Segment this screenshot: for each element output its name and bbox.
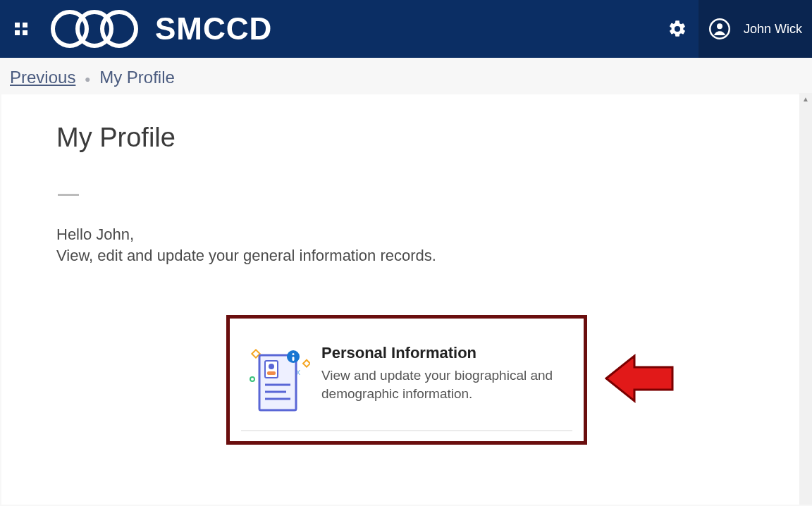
page-title: My Profile [56,123,757,153]
svg-point-15 [269,364,274,369]
svg-rect-21 [293,353,295,355]
gear-icon [668,19,687,39]
svg-point-8 [717,23,722,29]
card-description: View and update your biographical and de… [321,366,560,402]
greeting-line2: View, edit and update your general infor… [56,245,757,266]
breadcrumb-separator: ● [80,73,94,85]
scroll-up-arrow-icon[interactable]: ▲ [799,93,812,106]
brand-logo: SMCCD [49,8,272,49]
svg-rect-0 [15,23,20,27]
profile-document-icon: x [248,344,312,416]
breadcrumb-previous[interactable]: Previous [10,68,75,87]
svg-marker-23 [606,356,672,401]
username[interactable]: John Wick [741,0,812,58]
svg-rect-3 [23,30,27,35]
settings-button[interactable] [656,0,699,58]
personal-information-card[interactable]: x P [241,330,572,430]
avatar-icon [709,18,730,39]
arrow-annotation-icon [605,350,675,409]
svg-point-10 [250,377,254,381]
profile-button[interactable] [699,0,741,58]
svg-rect-2 [15,30,20,35]
svg-rect-11 [303,360,310,367]
breadcrumb: Previous ● My Profile [0,58,812,93]
breadcrumb-current: My Profile [99,68,175,87]
title-divider [58,194,79,196]
svg-rect-1 [23,23,27,27]
card-highlight-annotation: x P [226,315,587,445]
header: SMCCD John Wick [0,0,812,58]
brand-name: SMCCD [155,11,272,47]
svg-rect-16 [267,371,276,375]
app-launcher-icon[interactable] [0,0,42,58]
card-title: Personal Information [321,344,560,362]
rings-icon [49,8,148,49]
main-content: My Profile Hello John, View, edit and up… [1,94,799,505]
svg-rect-22 [293,357,295,361]
vertical-scrollbar[interactable]: ▲ [799,93,812,505]
svg-point-6 [102,12,136,46]
greeting: Hello John, View, edit and update your g… [56,224,757,266]
greeting-line1: Hello John, [56,224,757,245]
